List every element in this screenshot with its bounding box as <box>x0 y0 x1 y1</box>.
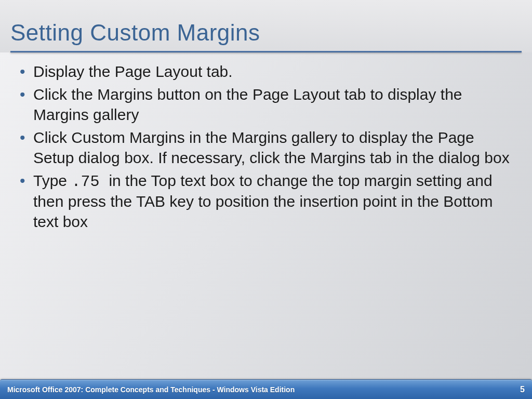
list-item: Display the Page Layout tab. <box>16 62 516 82</box>
list-item: Click Custom Margins in the Margins gall… <box>16 128 516 168</box>
title-area: Setting Custom Margins <box>0 0 532 52</box>
slide-title: Setting Custom Margins <box>10 20 522 51</box>
bullet-text-mono: .75 <box>71 173 109 191</box>
list-item: Click the Margins button on the Page Lay… <box>16 85 516 125</box>
footer-text: Microsoft Office 2007: Complete Concepts… <box>7 385 295 394</box>
bullet-text: Click Custom Margins in the Margins gall… <box>33 129 510 166</box>
list-item: Type .75 in the Top text box to change t… <box>16 171 516 232</box>
bullet-text: Display the Page Layout tab. <box>33 63 233 80</box>
slide-content: Display the Page Layout tab. Click the M… <box>0 52 532 399</box>
footer-bar: Microsoft Office 2007: Complete Concepts… <box>0 379 532 399</box>
bullet-text-pre: Type <box>33 172 71 189</box>
slide: Setting Custom Margins Display the Page … <box>0 0 532 399</box>
bullet-text: Click the Margins button on the Page Lay… <box>33 86 462 123</box>
bullet-list: Display the Page Layout tab. Click the M… <box>16 62 516 232</box>
page-number: 5 <box>520 385 525 394</box>
